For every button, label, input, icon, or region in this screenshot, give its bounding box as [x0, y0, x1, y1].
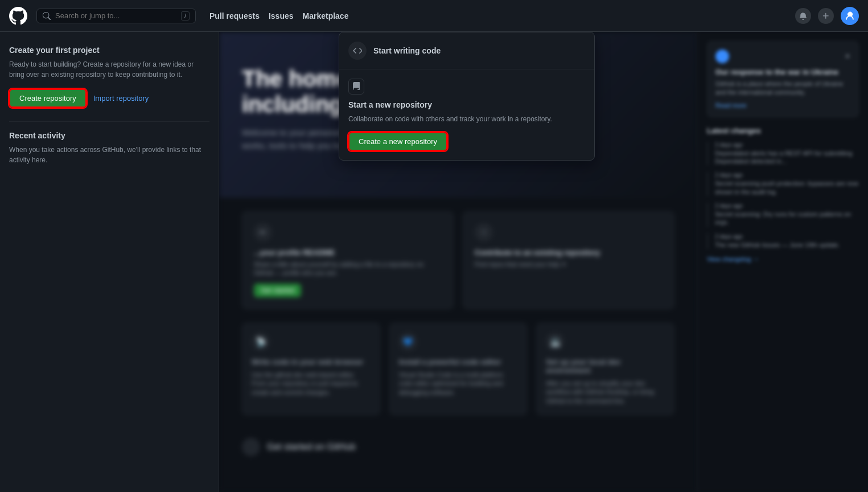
nav-links: Pull requests Issues Marketplace — [209, 11, 348, 20]
new-repo-card: Start a new repository Collaborate on co… — [339, 69, 594, 160]
vscode-icon: 💙 — [399, 333, 417, 351]
bottom-card-web-editor-desc: Use the github.dev web-based editor. Fro… — [252, 371, 371, 397]
recent-activity-desc: When you take actions across GitHub, we'… — [9, 145, 209, 165]
feature-card-profile-title: ...your profile README — [254, 248, 442, 257]
bottom-card-vscode-title: Install a powerful code editor — [399, 358, 518, 366]
slash-key: / — [181, 11, 190, 20]
notifications-icon[interactable] — [795, 8, 811, 24]
feature-card-profile-desc: Share a little about yourself by adding … — [254, 260, 442, 278]
feature-card-contribute-desc: Find repos that need your help ✦ — [475, 260, 663, 269]
latest-changes-section: Latest changes 2 days ago Dependabot ale… — [707, 126, 859, 263]
dropdown-card: Start writing code Start a new repositor… — [339, 32, 595, 161]
sidebar-title: Create your first project — [9, 46, 209, 55]
get-started-label: Get started on GitHub — [267, 442, 356, 452]
bottom-card-web-editor: 📡 Write code in your web browser Use the… — [242, 323, 380, 415]
ukraine-notice-title: Our response to the war in Ukraine — [715, 68, 850, 76]
navbar: / Pull requests Issues Marketplace — [0, 0, 868, 32]
get-started-section: Get started on GitHub — [219, 429, 697, 465]
change-item-3: 2 days ago The new GitHub Issues — June … — [707, 233, 859, 249]
broadcast-icon: 📡 — [252, 333, 270, 351]
bottom-section: 📡 Write code in your web browser Use the… — [219, 323, 697, 429]
bottom-card-vscode-desc: Visual Studio Code is a multi-platform c… — [399, 371, 518, 397]
ukraine-notice-card: ✕ Our response to the war in Ukraine Git… — [707, 41, 859, 117]
bottom-card-vscode: 💙 Install a powerful code editor Visual … — [389, 323, 528, 415]
start-writing-code-label: Start writing code — [373, 46, 441, 55]
change-date-1: 2 days ago — [715, 172, 859, 178]
new-repo-card-desc: Collaborate on code with others and trac… — [348, 114, 585, 124]
latest-changes-title: Latest changes — [707, 126, 859, 135]
panel-icon-row: ✕ — [715, 50, 850, 63]
bottom-card-local-dev-title: Set up your local dev environment — [546, 358, 665, 375]
search-input[interactable] — [55, 11, 176, 20]
ukraine-icon — [715, 50, 729, 63]
change-text-3: The new GitHub Issues — June 19th update… — [715, 241, 859, 249]
feature-card-contribute: ⑂ Contribute to an existing repository F… — [463, 211, 674, 309]
get-started-avatar — [242, 438, 260, 456]
nav-issues[interactable]: Issues — [269, 11, 294, 20]
change-item-1: 2 days ago Secret scanning push protecti… — [707, 172, 859, 196]
change-item-2: 2 days ago Secret scanning: Dry runs for… — [707, 203, 859, 227]
feature-profile-btn[interactable]: Get started — [254, 284, 301, 297]
nav-right — [795, 7, 859, 25]
bottom-card-local-dev-desc: After you set up to simplify your dev wo… — [546, 379, 665, 405]
feature-card-contribute-title: Contribute to an existing repository — [475, 248, 663, 257]
nav-marketplace[interactable]: Marketplace — [303, 11, 349, 20]
change-text-0: Dependabot alerts has a REST API for sub… — [715, 149, 859, 166]
repo-card-icon — [348, 79, 364, 95]
bottom-card-web-editor-title: Write code in your web browser — [252, 358, 371, 366]
change-text-1: Secret scanning push protection: bypasse… — [715, 179, 859, 196]
user-avatar[interactable] — [841, 7, 859, 25]
search-icon — [43, 12, 51, 20]
sidebar: Create your first project Ready to start… — [0, 32, 219, 492]
close-notice-button[interactable]: ✕ — [845, 52, 850, 60]
plus-icon[interactable] — [818, 8, 834, 24]
feature-card-profile: ✏ ...your profile README Share a little … — [242, 211, 454, 309]
nav-pull-requests[interactable]: Pull requests — [209, 11, 260, 20]
view-changelog-link[interactable]: View changelog → — [707, 256, 859, 263]
main-content: The home for all developers — including … — [219, 32, 697, 492]
create-repository-button[interactable]: Create repository — [9, 89, 87, 108]
search-bar[interactable]: / — [36, 9, 196, 23]
pencil-icon: ✏ — [254, 223, 272, 241]
right-panel: ✕ Our response to the war in Ukraine Git… — [697, 32, 868, 492]
code-brackets-icon — [348, 42, 367, 60]
import-repository-link[interactable]: Import repository — [93, 94, 149, 102]
ukraine-notice-text: GitHub is a place where the people of Uk… — [715, 80, 850, 97]
new-repo-card-title: Start a new repository — [348, 100, 585, 109]
fork-icon: ⑂ — [475, 223, 493, 241]
main-layout: Create your first project Ready to start… — [0, 32, 868, 492]
github-logo[interactable] — [9, 7, 27, 25]
change-text-2: Secret scanning: Dry runs for custom pat… — [715, 210, 859, 227]
change-date-3: 2 days ago — [715, 233, 859, 240]
sidebar-description: Ready to start building? Create a reposi… — [9, 59, 209, 80]
change-item-0: 2 days ago Dependabot alerts has a REST … — [707, 142, 859, 166]
ukraine-read-more-link[interactable]: Read more — [715, 102, 850, 109]
bottom-card-local-dev: 💻 Set up your local dev environment Afte… — [536, 323, 674, 415]
start-writing-code-row[interactable]: Start writing code — [339, 32, 594, 69]
feature-cards-row1: ✏ ...your profile README Share a little … — [219, 198, 697, 323]
change-date-0: 2 days ago — [715, 142, 859, 148]
terminal-icon: 💻 — [546, 333, 564, 351]
sidebar-divider — [9, 121, 209, 122]
recent-activity-title: Recent activity — [9, 131, 209, 140]
create-new-repository-button[interactable]: Create a new repository — [348, 132, 447, 151]
change-date-2: 2 days ago — [715, 203, 859, 209]
sidebar-actions: Create repository Import repository — [9, 89, 209, 108]
